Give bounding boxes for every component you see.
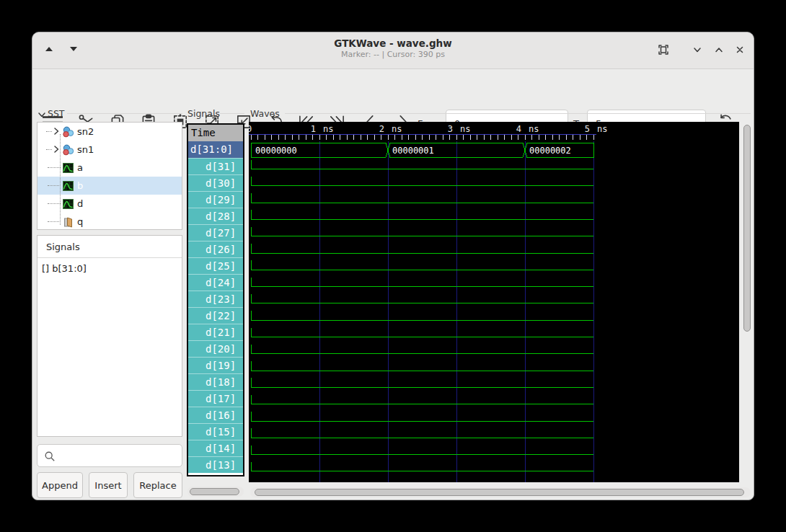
tree-dotted-line: [46, 149, 52, 151]
signal-row-d28[interactable]: d[28]: [188, 208, 243, 224]
signal-row-d21[interactable]: d[21]: [188, 324, 243, 340]
tree-item-q[interactable]: q: [37, 213, 182, 231]
svg-text:4: 4: [516, 124, 521, 134]
search-icon: [44, 451, 56, 462]
expander-chevron-icon[interactable]: [52, 143, 61, 156]
svg-text:ns: ns: [460, 124, 470, 134]
svg-text:1: 1: [311, 124, 316, 134]
signal-row-d13[interactable]: d[13]: [188, 456, 243, 473]
tree-dotted-line: [48, 185, 61, 187]
insert-button[interactable]: Insert: [89, 472, 128, 498]
wave-vscrollbar-track[interactable]: [742, 123, 752, 498]
chevron-up-icon: [712, 43, 725, 56]
tree-item-d[interactable]: d: [37, 195, 182, 213]
time-header[interactable]: Time: [188, 125, 243, 141]
signal-row-d23[interactable]: d[23]: [188, 291, 243, 307]
tree-item-sn2[interactable]: sn2: [37, 123, 182, 141]
svg-text:ns: ns: [323, 124, 333, 134]
wave-icon: [62, 180, 74, 192]
window-title: GTKWave - wave.ghw: [32, 37, 754, 50]
signal-row-d14[interactable]: d[14]: [188, 440, 243, 456]
tree-dotted-line: [48, 167, 61, 169]
screen-background: GTKWave - wave.ghw Marker: -- | Cursor: …: [0, 0, 786, 532]
sst-expander-icon[interactable]: [37, 110, 46, 119]
tree-item-a[interactable]: a: [37, 159, 182, 177]
signal-row-d27[interactable]: d[27]: [188, 224, 243, 241]
wave-icon: [62, 162, 74, 174]
wave-hscrollbar-thumb[interactable]: [255, 489, 744, 496]
wave-hscrollbar-track[interactable]: [250, 487, 751, 497]
tree-item-label: d: [77, 198, 83, 209]
signals-column-label: Signals: [187, 108, 220, 119]
signal-name-column: Time d[31:0] d[31]d[30]d[29]d[28]d[27]d[…: [187, 123, 244, 476]
sst-label: SST: [48, 108, 65, 119]
tree-item-label: q: [77, 216, 83, 227]
signal-row-d30[interactable]: d[30]: [188, 174, 243, 191]
signal-row-d26[interactable]: d[26]: [188, 241, 243, 257]
fullscreen-icon: [657, 43, 670, 56]
wave-icon: [62, 198, 74, 210]
chevron-down-icon: [691, 43, 704, 56]
svg-text:2: 2: [379, 124, 384, 134]
module-icon: [62, 144, 74, 156]
signals-panel-header: Signals: [37, 236, 182, 258]
replace-button[interactable]: Replace: [133, 472, 182, 498]
tree-dotted-line: [46, 131, 52, 133]
append-button[interactable]: Append: [37, 472, 83, 498]
signal-row-d17[interactable]: d[17]: [188, 390, 243, 407]
tree-dotted-line: [48, 221, 61, 223]
signals-hscrollbar-track[interactable]: [187, 487, 244, 497]
waves-frame-line: [285, 113, 751, 114]
tree-item-label: a: [77, 162, 83, 173]
expander-chevron-icon[interactable]: [52, 125, 61, 138]
svg-text:00000000: 00000000: [255, 146, 297, 156]
module-icon: [62, 126, 74, 138]
minimize-button[interactable]: [691, 43, 704, 56]
wave-canvas[interactable]: 01ns2ns3ns4ns5ns000000000000000100000002: [249, 122, 739, 482]
svg-text:0: 0: [249, 124, 252, 134]
signal-row-d15[interactable]: d[15]: [188, 423, 243, 440]
svg-text:ns: ns: [597, 124, 607, 134]
waveform-plot: 01ns2ns3ns4ns5ns000000000000000100000002: [249, 122, 739, 482]
tree-item-b[interactable]: b: [37, 177, 182, 195]
signal-row-d29[interactable]: d[29]: [188, 191, 243, 208]
window-status: Marker: -- | Cursor: 390 ps: [32, 50, 754, 60]
tree-item-label: sn1: [77, 144, 94, 155]
signals-column-frame-line: [220, 113, 244, 114]
signal-row-d19[interactable]: d[19]: [188, 357, 243, 373]
svg-text:3: 3: [448, 124, 453, 134]
sst-frame-line: [67, 113, 182, 114]
signal-row-d24[interactable]: d[24]: [188, 274, 243, 291]
signal-row-d18[interactable]: d[18]: [188, 373, 243, 390]
signal-row-d16[interactable]: d[16]: [188, 407, 243, 423]
tree-item-label: sn2: [77, 126, 94, 137]
svg-text:00000002: 00000002: [529, 146, 571, 156]
signal-row-d20[interactable]: d[20]: [188, 340, 243, 357]
svg-text:ns: ns: [529, 124, 539, 134]
search-input[interactable]: [59, 448, 181, 465]
fullscreen-button[interactable]: [657, 43, 670, 56]
tree-item-label: b: [77, 180, 83, 191]
bus-signal-row[interactable]: d[31:0]: [188, 141, 243, 158]
svg-text:00000001: 00000001: [392, 146, 434, 156]
signals-panel-title: Signals: [46, 241, 80, 252]
toolbar: From: To:: [32, 68, 754, 107]
tree-item-sn1[interactable]: sn1: [37, 141, 182, 159]
signals-panel: Signals [] b[31:0]: [37, 235, 182, 437]
svg-text:ns: ns: [392, 124, 402, 134]
signals-hscrollbar-thumb[interactable]: [190, 488, 239, 495]
close-button[interactable]: [733, 43, 746, 56]
titlebar: GTKWave - wave.ghw Marker: -- | Cursor: …: [32, 32, 754, 69]
signal-row-d25[interactable]: d[25]: [188, 257, 243, 274]
gtkwave-window: GTKWave - wave.ghw Marker: -- | Cursor: …: [32, 32, 754, 500]
svg-text:5: 5: [585, 124, 590, 134]
port-icon: [62, 216, 74, 228]
maximize-button[interactable]: [712, 43, 725, 56]
signal-row-d31[interactable]: d[31]: [188, 158, 243, 174]
waves-label: Waves: [250, 108, 280, 119]
sst-tree[interactable]: sn2sn1abdq: [37, 122, 182, 230]
titlebar-text: GTKWave - wave.ghw Marker: -- | Cursor: …: [32, 37, 754, 60]
signal-row-d22[interactable]: d[22]: [188, 307, 243, 324]
wave-vscrollbar-thumb[interactable]: [743, 125, 751, 332]
signals-panel-entry[interactable]: [] b[31:0]: [42, 263, 87, 274]
